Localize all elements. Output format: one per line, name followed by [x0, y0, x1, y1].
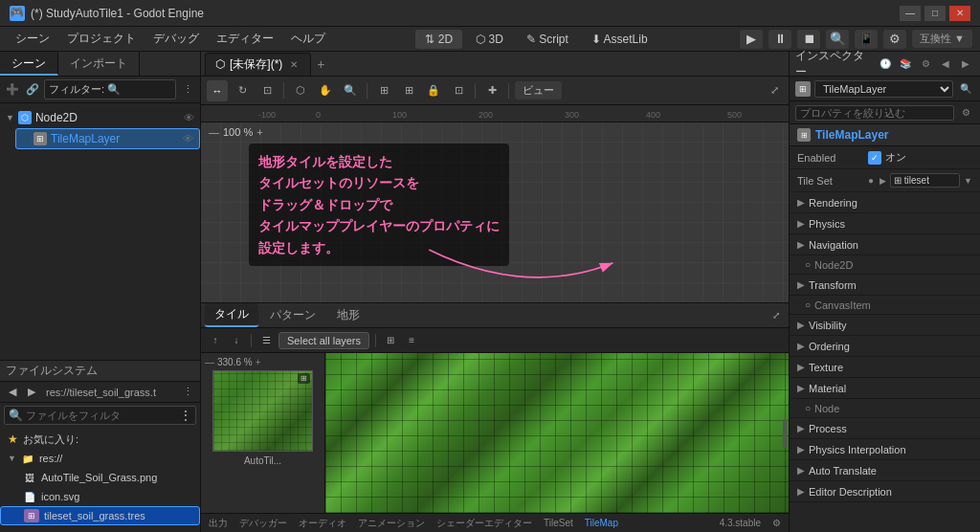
- view-button[interactable]: ビュー: [515, 81, 562, 100]
- tile-view[interactable]: [325, 353, 789, 513]
- rotate-tool[interactable]: ↻: [232, 80, 253, 101]
- group-icon[interactable]: ⊡: [448, 80, 469, 101]
- tileset-value-box[interactable]: ⊞ tileset: [890, 173, 960, 188]
- tab-scene[interactable]: シーン: [0, 52, 58, 76]
- compat-badge[interactable]: 互換性 ▼: [912, 30, 972, 48]
- tileset-dropdown[interactable]: ▼: [964, 176, 972, 186]
- mode-script[interactable]: ✎ Script: [517, 30, 578, 49]
- add-node-icon[interactable]: ➕: [4, 81, 21, 99]
- tilemaplayer-visibility-icon[interactable]: 👁: [183, 133, 193, 144]
- fs-item-svg[interactable]: 📄 icon.svg: [0, 487, 200, 506]
- fs-item-tres[interactable]: ⊞ tileset_soil_grass.tres: [0, 506, 200, 525]
- property-filter-input[interactable]: [795, 105, 954, 121]
- tab-terrain[interactable]: 地形: [327, 304, 369, 326]
- section-navigation[interactable]: ▶ Navigation: [790, 234, 980, 255]
- zoom-minus-tile[interactable]: —: [205, 357, 214, 367]
- arrow-down-icon[interactable]: ↓: [228, 332, 245, 349]
- status-shader[interactable]: シェーダーエディター: [436, 517, 532, 530]
- smart-snap[interactable]: ⊞: [398, 80, 419, 101]
- menu-editor[interactable]: エディター: [209, 28, 281, 50]
- fs-more-icon[interactable]: ⋮: [179, 384, 196, 401]
- section-visibility[interactable]: ▶ Visibility: [790, 315, 980, 336]
- enabled-checkbox[interactable]: ✓: [868, 151, 881, 165]
- mode-assetlib[interactable]: ⬇ AssetLib: [582, 30, 657, 49]
- editor-tab-unsaved[interactable]: ⬡ [未保存](*) ✕: [205, 53, 311, 76]
- menu-project[interactable]: プロジェクト: [59, 28, 144, 50]
- insp-settings-icon[interactable]: ⚙: [917, 55, 934, 73]
- fs-filter-bar[interactable]: 🔍 ⋮: [4, 406, 196, 425]
- close-button[interactable]: ✕: [949, 6, 970, 21]
- status-settings[interactable]: ⚙: [772, 518, 781, 528]
- status-audio[interactable]: オーディオ: [299, 517, 346, 530]
- status-tileset[interactable]: TileSet: [544, 518, 573, 528]
- tab-tile[interactable]: タイル: [205, 303, 258, 327]
- section-texture[interactable]: ▶ Texture: [790, 357, 980, 378]
- grid-icon[interactable]: ⊞: [382, 332, 399, 349]
- viewport[interactable]: -100 0 100 200 300 400 500 — 100 % + 地形タ…: [201, 105, 789, 302]
- section-material[interactable]: ▶ Material: [790, 378, 980, 399]
- link-icon[interactable]: 🔗: [24, 81, 41, 99]
- move-tool[interactable]: ↔: [207, 80, 228, 101]
- pivot-icon[interactable]: ✚: [481, 80, 502, 101]
- history-icon[interactable]: 🕐: [877, 55, 894, 73]
- stop-button[interactable]: ⏹: [797, 30, 820, 49]
- fs-filter-options-icon[interactable]: ⋮: [180, 409, 191, 422]
- section-physics-interpolation[interactable]: ▶ Physics Interpolation: [790, 439, 980, 460]
- tab-add-button[interactable]: +: [311, 55, 330, 74]
- select-all-button[interactable]: Select all layers: [278, 332, 369, 349]
- more-options-icon[interactable]: ⋮: [179, 81, 196, 99]
- zoom-plus[interactable]: +: [256, 126, 262, 138]
- tree-item-tilemaplayer[interactable]: ⊞ TileMapLayer 👁: [15, 128, 200, 149]
- select-tool[interactable]: ⬡: [290, 80, 311, 101]
- menu-help[interactable]: ヘルプ: [283, 28, 333, 50]
- fs-forward-icon[interactable]: ▶: [23, 384, 40, 401]
- pan-tool[interactable]: ✋: [315, 80, 336, 101]
- fs-filter-input[interactable]: [26, 410, 177, 421]
- zoom-minus[interactable]: —: [209, 126, 219, 138]
- menu-scene[interactable]: シーン: [8, 28, 57, 50]
- maximize-button[interactable]: □: [924, 6, 946, 21]
- node-name-select[interactable]: TileMapLayer: [814, 80, 953, 98]
- filter-settings-icon[interactable]: ⚙: [957, 104, 974, 122]
- section-ordering[interactable]: ▶ Ordering: [790, 336, 980, 357]
- visibility-icon[interactable]: 👁: [184, 112, 194, 123]
- fs-item-res[interactable]: ▼ 📁 res://: [0, 449, 200, 468]
- status-debugger[interactable]: デバッガー: [239, 517, 287, 530]
- status-output[interactable]: 出力: [209, 517, 228, 530]
- zoom-tool[interactable]: 🔍: [340, 80, 361, 101]
- section-transform[interactable]: ▶ Transform: [790, 275, 980, 296]
- section-process[interactable]: ▶ Process: [790, 418, 980, 439]
- tile-options-icon[interactable]: ≡: [403, 332, 420, 349]
- grid-snap[interactable]: ⊞: [373, 80, 394, 101]
- menu-debug[interactable]: デバッグ: [145, 28, 207, 50]
- play-button[interactable]: ▶: [740, 30, 763, 49]
- bottom-more-icon[interactable]: ⤢: [768, 307, 785, 324]
- minimize-button[interactable]: —: [900, 6, 921, 21]
- remote-debug[interactable]: 📱: [855, 30, 878, 49]
- zoom-plus-tile[interactable]: +: [256, 357, 261, 367]
- tree-item-node2d[interactable]: ▼ ⬡ Node2D 👁: [0, 107, 200, 128]
- section-physics[interactable]: ▶ Physics: [790, 213, 980, 234]
- list-view-icon[interactable]: ☰: [257, 332, 275, 349]
- tab-close-icon[interactable]: ✕: [287, 57, 301, 71]
- pause-button[interactable]: ⏸: [768, 30, 791, 49]
- debug-button[interactable]: 🔍: [826, 30, 849, 49]
- fs-back-icon[interactable]: ◀: [4, 384, 21, 401]
- mode-2d[interactable]: ⇅ 2D: [415, 30, 462, 49]
- mode-3d[interactable]: ⬡ 3D: [466, 30, 513, 49]
- status-animation[interactable]: アニメーション: [358, 517, 425, 530]
- arrow-up-icon[interactable]: ↑: [207, 332, 224, 349]
- node-search-icon[interactable]: 🔍: [957, 80, 974, 98]
- lock-icon[interactable]: 🔒: [423, 80, 444, 101]
- section-auto-translate[interactable]: ▶ Auto Translate: [790, 460, 980, 481]
- fullscreen-icon[interactable]: ⤢: [766, 82, 783, 100]
- section-editor-description[interactable]: ▶ Editor Description: [790, 481, 980, 502]
- settings-button[interactable]: ⚙: [883, 30, 906, 49]
- tab-import[interactable]: インポート: [58, 52, 140, 76]
- tab-pattern[interactable]: パターン: [260, 304, 325, 326]
- status-tilemap[interactable]: TileMap: [585, 518, 618, 528]
- fs-item-png[interactable]: 🖼 AutoTile_Soil_Grass.png: [0, 468, 200, 487]
- section-rendering[interactable]: ▶ Rendering: [790, 192, 980, 213]
- docs-icon[interactable]: 📚: [897, 55, 914, 73]
- scroll-indicator[interactable]: [783, 419, 787, 448]
